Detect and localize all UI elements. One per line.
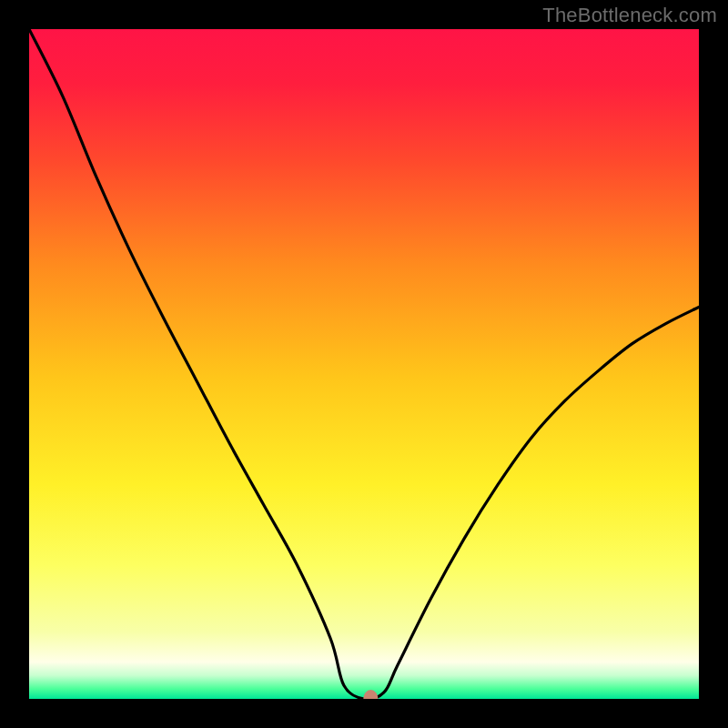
plot-area xyxy=(29,29,699,699)
watermark-text: TheBottleneck.com xyxy=(542,4,717,27)
gradient-background xyxy=(29,29,699,699)
bottleneck-chart xyxy=(29,29,699,699)
chart-container: TheBottleneck.com xyxy=(0,0,728,728)
